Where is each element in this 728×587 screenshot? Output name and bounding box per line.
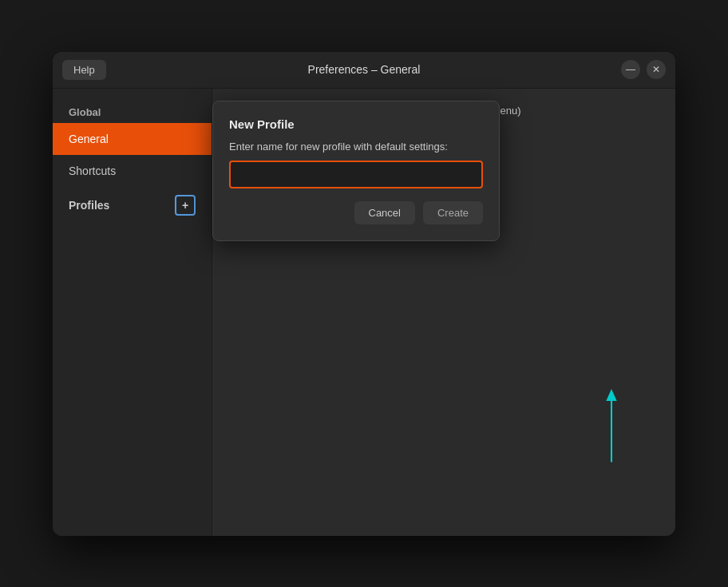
sidebar-general-label: General (69, 133, 109, 145)
help-button[interactable]: Help (62, 60, 106, 80)
titlebar-left: Help (62, 60, 106, 80)
new-profile-dialog: New Profile Enter name for new profile w… (212, 101, 500, 241)
add-profile-button[interactable]: + (175, 195, 196, 216)
minimize-icon: — (626, 64, 635, 75)
close-button[interactable]: ✕ (647, 60, 666, 79)
sidebar-shortcuts-label: Shortcuts (69, 165, 116, 177)
sidebar-item-profiles[interactable]: Profiles + (53, 187, 212, 224)
profile-name-input[interactable] (229, 161, 483, 188)
minimize-button[interactable]: — (621, 60, 640, 79)
dialog-overlay: New Profile Enter name for new profile w… (212, 89, 675, 536)
sidebar-item-shortcuts[interactable]: Shortcuts (53, 155, 212, 187)
sidebar-global-label: Global (53, 97, 212, 123)
titlebar: Help Preferences – General — ✕ (53, 52, 675, 89)
sidebar-item-general[interactable]: General (53, 123, 212, 155)
sidebar-profiles-label: Profiles (69, 199, 109, 212)
titlebar-controls: — ✕ (621, 60, 666, 79)
dialog-buttons: Cancel Create (229, 201, 483, 224)
close-icon: ✕ (652, 64, 660, 75)
main-settings: Enable mnemonics (such as Alt+F to open … (212, 89, 675, 536)
content-area: Global General Shortcuts Profiles + Enab… (53, 89, 675, 536)
dialog-title: New Profile (229, 117, 483, 131)
dialog-description: Enter name for new profile with default … (229, 141, 483, 153)
preferences-window: Help Preferences – General — ✕ Global Ge… (53, 52, 675, 536)
create-button[interactable]: Create (423, 201, 483, 224)
plus-icon: + (182, 199, 188, 212)
sidebar: Global General Shortcuts Profiles + (53, 89, 212, 536)
window-title: Preferences – General (308, 63, 421, 76)
cancel-button[interactable]: Cancel (354, 201, 415, 224)
